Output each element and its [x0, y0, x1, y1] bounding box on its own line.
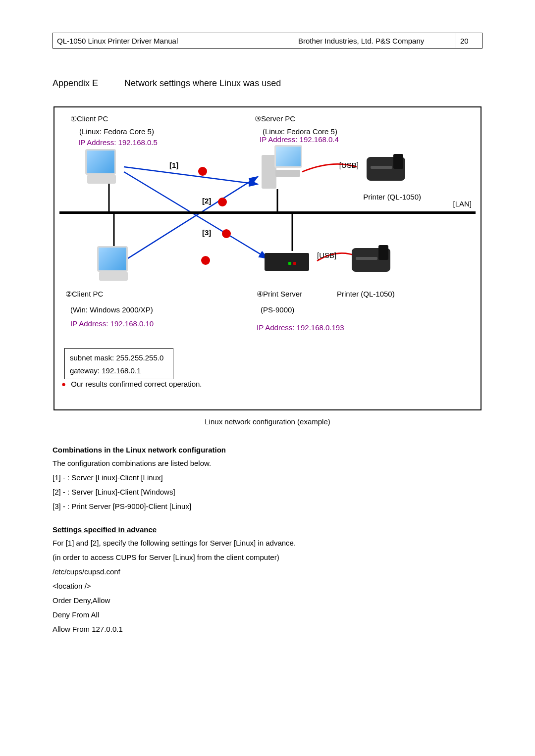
client2-label: ②Client PC [65, 290, 103, 299]
pserver-model: (PS-9000) [261, 305, 294, 314]
doc-title: QL-1050 Linux Printer Driver Manual [53, 33, 294, 48]
pserver-name: Print Server [263, 290, 302, 298]
subnet-box: subnet mask: 255.255.255.0 gateway: 192.… [64, 348, 173, 379]
client1-name: Client PC [77, 114, 108, 123]
settings-l3: /etc/cups/cupsd.conf [53, 567, 482, 576]
combo-row-2: [2] - : Server [Linux]-Client [Windows] [53, 488, 482, 496]
client2-num: ② [65, 290, 72, 298]
company: Brother Industries, Ltd. P&S Company [294, 33, 456, 48]
printer2-label: Printer (QL-1050) [337, 290, 395, 298]
red-dot-icon [201, 256, 210, 265]
client1-os: (Linux: Fedora Core 5) [79, 127, 154, 136]
appendix-label: Appendix E [53, 78, 122, 89]
print-server-icon [265, 251, 309, 273]
pserver-label: ④Print Server [257, 290, 302, 299]
tag3: [3] [202, 228, 211, 237]
page-header: QL-1050 Linux Printer Driver Manual Brot… [53, 33, 482, 49]
usb-label-1: [USB] [339, 161, 359, 169]
client2-os: (Win: Windows 2000/XP) [70, 305, 153, 314]
client1-num: ① [70, 114, 77, 123]
server-name: Server PC [261, 114, 295, 123]
combo-row-3: [3] - : Print Server [PS-9000]-Client [L… [53, 502, 482, 510]
network-diagram: [LAN] ①Client PC (Linux: Fedora Core 5) … [54, 106, 482, 410]
settings-l1: For [1] and [2], specify the following s… [53, 539, 482, 547]
client1-label: ①Client PC [70, 114, 108, 123]
confirm-text: Our results confirmed correct operation. [71, 380, 202, 388]
svg-line-2 [124, 177, 258, 261]
pserver-num: ④ [257, 290, 263, 298]
settings-title: Settings specified in advance [53, 525, 482, 534]
settings-l6: Deny From All [53, 610, 482, 619]
pc-icon [96, 246, 131, 280]
server-num: ③ [255, 114, 261, 123]
red-dot-icon [198, 167, 207, 176]
page-number: 20 [456, 33, 482, 48]
settings-l2: (in order to access CUPS for Server [Lin… [53, 553, 482, 561]
settings-l4: <location /> [53, 582, 482, 590]
diagram-caption: Linux network configuration (example) [53, 417, 482, 426]
tag2: [2] [202, 197, 211, 205]
server-icon [262, 145, 301, 190]
client2-name: Client PC [72, 290, 103, 298]
client2-ip: IP Address: 192.168.0.10 [70, 319, 154, 328]
combos-intro: The configuration combinations are liste… [53, 459, 482, 467]
server-label: ③Server PC [255, 114, 295, 123]
settings-l5: Order Deny,Allow [53, 596, 482, 605]
lan-label: [LAN] [453, 200, 472, 208]
bullet-icon: ● [61, 380, 66, 388]
red-dot-icon [222, 229, 231, 238]
server-os: (Linux: Fedora Core 5) [263, 127, 337, 136]
settings-l7: Allow From 127.0.0.1 [53, 625, 482, 633]
usb-label-2: [USB] [317, 251, 336, 259]
lan-bar [59, 211, 476, 214]
section-title: Appendix E Network settings where Linux … [53, 78, 482, 89]
client1-ip: IP Address: 192.168.0.5 [78, 138, 158, 147]
red-dot-icon [218, 198, 227, 206]
svg-line-0 [124, 167, 258, 184]
pserver-ip: IP Address: 192.168.0.193 [257, 323, 344, 332]
printer-icon [367, 154, 405, 183]
subnet-mask: subnet mask: 255.255.255.0 [70, 352, 168, 364]
combo-row-1: [1] - : Server [Linux]-Client [Linux] [53, 473, 482, 482]
appendix-text: Network settings where Linux was used [124, 78, 281, 88]
tag1: [1] [169, 161, 178, 169]
printer1-label: Printer (QL-1050) [363, 193, 421, 201]
server-ip: IP Address: 192.168.0.4 [260, 135, 339, 144]
printer-icon [352, 245, 390, 274]
gateway: gateway: 192.168.0.1 [70, 364, 168, 377]
confirm-line: ● Our results confirmed correct operatio… [61, 380, 202, 388]
combos-title: Combinations in the Linux network config… [53, 446, 482, 454]
pc-icon [84, 149, 119, 183]
